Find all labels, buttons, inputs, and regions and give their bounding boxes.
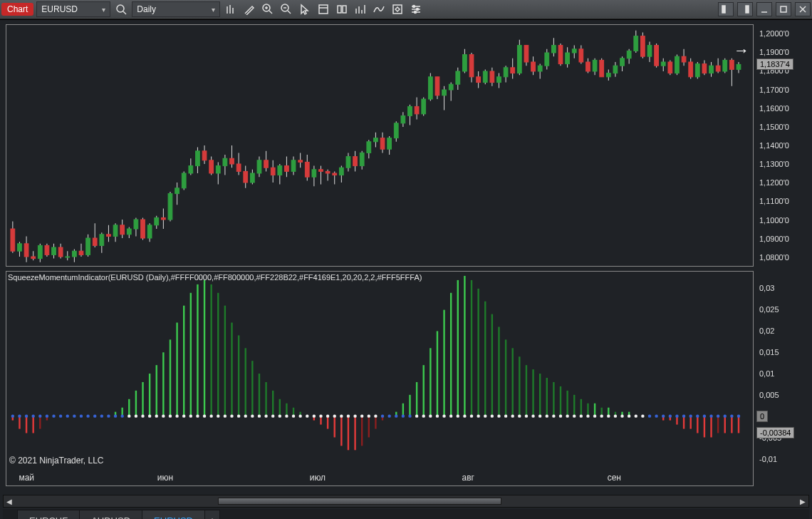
svg-point-450	[662, 414, 665, 417]
window-minimize-button[interactable]	[756, 2, 772, 16]
svg-rect-320	[505, 339, 506, 416]
svg-point-416	[429, 414, 432, 417]
properties-icon[interactable]	[408, 2, 424, 16]
svg-rect-350	[710, 416, 712, 438]
svg-rect-154	[422, 99, 426, 114]
svg-rect-192	[552, 46, 556, 53]
svg-point-373	[135, 414, 137, 417]
svg-point-395	[285, 414, 288, 417]
svg-rect-86	[189, 166, 193, 173]
price-y-axis[interactable]: 1,2000'01,1900'01,1800'01,1700'01,1600'0…	[755, 24, 808, 267]
svg-rect-285	[265, 382, 266, 416]
svg-point-436	[566, 414, 568, 417]
svg-rect-80	[168, 194, 172, 220]
zoom-out-icon[interactable]	[279, 2, 294, 16]
svg-rect-295	[334, 416, 335, 438]
svg-point-414	[415, 414, 418, 417]
svg-rect-315	[471, 280, 472, 416]
strategy-icon[interactable]	[390, 2, 405, 16]
svg-rect-310	[437, 331, 438, 416]
tab-audusd[interactable]: AUDUSD	[79, 510, 142, 519]
svg-rect-348	[697, 416, 698, 433]
svg-point-380	[182, 414, 185, 417]
window-maximize-button[interactable]	[776, 2, 791, 16]
price-plot[interactable]	[6, 24, 754, 267]
zoom-in-icon[interactable]	[260, 2, 276, 16]
chart-badge: Chart	[1, 3, 33, 16]
window-close-button[interactable]	[795, 2, 811, 16]
svg-point-366	[86, 414, 89, 417]
chart-trader-icon[interactable]	[353, 2, 368, 16]
window-panel-right-button[interactable]	[737, 2, 753, 16]
svg-rect-190	[545, 53, 549, 66]
svg-rect-324	[532, 369, 533, 416]
tab-eurchf[interactable]: EURCHF	[17, 510, 80, 519]
svg-point-360	[46, 414, 48, 417]
arrow-right-icon[interactable]: →	[734, 41, 749, 60]
svg-point-25	[417, 9, 419, 11]
chart-type-icon[interactable]	[223, 2, 239, 16]
timeframe-dropdown[interactable]: Daily ▾	[132, 1, 220, 17]
svg-rect-208	[606, 73, 610, 77]
panel-icon[interactable]	[334, 2, 350, 16]
svg-rect-58	[93, 238, 97, 245]
y-axis-label: -0,01	[759, 455, 777, 463]
draw-icon[interactable]	[241, 2, 257, 16]
add-tab-button[interactable]: +	[204, 510, 220, 519]
window-panel-left-button[interactable]	[718, 2, 734, 16]
svg-rect-46	[52, 247, 56, 255]
svg-rect-60	[100, 235, 104, 246]
svg-rect-269	[156, 365, 157, 416]
svg-point-359	[38, 414, 41, 417]
svg-rect-66	[120, 225, 125, 235]
cursor-icon[interactable]	[297, 2, 313, 16]
chevron-down-icon: ▾	[212, 6, 215, 14]
svg-rect-134	[353, 157, 358, 166]
svg-point-369	[107, 414, 110, 417]
svg-rect-287	[279, 399, 281, 416]
svg-rect-74	[147, 225, 152, 238]
svg-point-407	[368, 414, 370, 417]
symbol-dropdown[interactable]: EURUSD ▾	[36, 1, 110, 17]
horizontal-scrollbar[interactable]: ◀ ▶	[3, 495, 809, 508]
svg-point-412	[402, 414, 405, 417]
svg-rect-104	[250, 173, 254, 183]
y-axis-label: 1,1200'0	[759, 178, 789, 187]
scroll-left-button[interactable]: ◀	[4, 496, 15, 506]
svg-rect-273	[183, 306, 184, 416]
svg-point-457	[709, 414, 712, 417]
indicator-plot[interactable]: SqueezeMomentumIndicator(EURUSD (Daily),…	[6, 271, 754, 486]
svg-rect-196	[566, 53, 570, 64]
svg-rect-277	[210, 284, 212, 416]
scroll-track[interactable]	[15, 498, 797, 505]
svg-rect-202	[586, 62, 590, 71]
tab-eurusd[interactable]: EURUSD	[142, 510, 205, 519]
svg-rect-272	[176, 323, 177, 416]
svg-point-453	[682, 414, 685, 417]
svg-point-399	[313, 414, 316, 417]
svg-point-440	[593, 414, 596, 417]
data-box-icon[interactable]	[316, 2, 331, 16]
scroll-right-button[interactable]: ▶	[797, 496, 808, 506]
search-icon[interactable]	[113, 2, 129, 16]
y-axis-label: 0,025	[759, 305, 779, 314]
svg-rect-160	[442, 90, 447, 96]
svg-rect-122	[312, 170, 316, 177]
svg-point-444	[620, 414, 623, 417]
svg-rect-152	[415, 106, 419, 113]
svg-rect-352	[724, 416, 726, 433]
indicator-line-icon[interactable]	[371, 2, 387, 16]
svg-rect-15	[343, 6, 346, 13]
scroll-thumb[interactable]	[218, 498, 501, 505]
svg-rect-206	[600, 60, 604, 76]
svg-rect-136	[360, 153, 364, 165]
y-axis-label: 1,1000'0	[759, 216, 789, 225]
svg-point-461	[737, 414, 740, 417]
svg-point-356	[18, 414, 21, 417]
svg-rect-172	[483, 71, 487, 83]
svg-point-385	[217, 414, 219, 417]
svg-rect-108	[264, 160, 269, 168]
svg-point-426	[497, 414, 500, 417]
svg-rect-327	[553, 382, 554, 416]
indicator-y-axis[interactable]: 0,030,0250,020,0150,010,0050-0,005-0,01-…	[755, 271, 808, 486]
